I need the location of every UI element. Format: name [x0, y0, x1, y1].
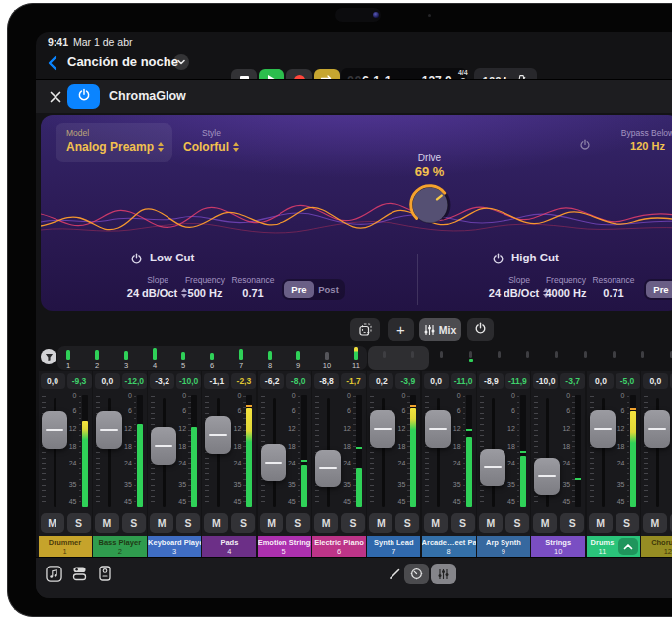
low-cut-pre-post-toggle[interactable]: Pre Post	[282, 279, 345, 300]
drive-knob[interactable]	[406, 181, 454, 229]
frequency-value[interactable]: 500 Hz	[179, 287, 231, 299]
overview-channel-meter[interactable]	[514, 346, 543, 370]
song-title[interactable]: Canción de noche	[67, 54, 178, 69]
peak-level-value[interactable]: -3,7	[560, 373, 585, 389]
track-name-header[interactable]: Arcade…eet Pad8	[422, 536, 476, 557]
fader-handle[interactable]	[480, 449, 505, 486]
solo-button[interactable]: S	[231, 513, 255, 533]
fader-handle[interactable]	[315, 450, 341, 487]
mute-button[interactable]: M	[260, 513, 283, 533]
fader-handle[interactable]	[370, 410, 395, 448]
collapse-stack-button[interactable]	[618, 538, 638, 555]
track-name-header[interactable]: Arp Synth9	[477, 536, 530, 557]
track-name-header[interactable]: Emotion Strings5	[258, 536, 311, 557]
track-name-header[interactable]: Electric Piano6	[312, 536, 366, 557]
pre-option[interactable]: Pre	[284, 281, 314, 298]
bypass-below-value[interactable]: 120 Hz	[606, 140, 672, 152]
back-button[interactable]	[44, 53, 61, 73]
overview-channel-meter[interactable]: 9	[284, 346, 313, 370]
volume-value[interactable]: -1,1	[204, 373, 229, 389]
overview-channel-meter[interactable]: 10	[313, 346, 342, 370]
overview-channel-meter[interactable]: 8	[256, 346, 284, 370]
mute-button[interactable]: M	[150, 513, 173, 533]
mix-view-button[interactable]: Mix	[419, 318, 461, 341]
solo-button[interactable]: S	[176, 513, 200, 533]
resonance-value[interactable]: 0.71	[227, 287, 279, 299]
pre-option[interactable]: Pre	[646, 281, 672, 298]
overview-channel-meter[interactable]: 6	[198, 346, 227, 370]
solo-button[interactable]: S	[451, 513, 475, 533]
high-cut-power-toggle[interactable]	[492, 252, 504, 269]
track-name-header[interactable]: Drums11	[587, 536, 640, 557]
peak-level-value[interactable]: -9,3	[67, 373, 92, 389]
mute-button[interactable]: M	[424, 513, 448, 533]
volume-value[interactable]: -8,9	[479, 373, 504, 389]
solo-button[interactable]: S	[505, 513, 529, 533]
solo-button[interactable]: S	[341, 513, 365, 533]
volume-value[interactable]: 0,0	[643, 373, 668, 389]
fader-handle[interactable]	[42, 411, 67, 449]
overview-channel-meter[interactable]	[601, 346, 629, 370]
track-name-header[interactable]: Synth Lead7	[367, 536, 420, 557]
mute-button[interactable]: M	[479, 513, 503, 533]
style-value[interactable]: Colorful	[169, 140, 254, 154]
volume-value[interactable]: -3,2	[150, 373, 174, 389]
solo-button[interactable]: S	[67, 513, 91, 533]
fader-handle[interactable]	[205, 416, 231, 454]
volume-value[interactable]: -10,0	[533, 373, 558, 389]
loops-browser-button[interactable]	[44, 564, 63, 583]
overview-channel-meter[interactable]	[658, 346, 672, 370]
peak-level-value[interactable]: -2,3	[231, 373, 256, 389]
peak-level-value[interactable]: -8,0	[286, 373, 311, 389]
mute-button[interactable]: M	[314, 513, 338, 533]
duplicate-button[interactable]	[350, 318, 380, 341]
edit-pencil-button[interactable]	[388, 564, 401, 583]
track-name-header[interactable]: Drummer1	[39, 536, 92, 557]
mute-button[interactable]: M	[95, 513, 119, 533]
peak-level-value[interactable]: -3,9	[395, 373, 420, 389]
fader-handle[interactable]	[590, 410, 616, 448]
resonance-value[interactable]: 0.71	[588, 287, 639, 299]
post-option[interactable]: Post	[314, 284, 343, 295]
low-cut-power-toggle[interactable]	[130, 252, 143, 269]
mute-button[interactable]: M	[533, 513, 557, 533]
solo-button[interactable]: S	[286, 513, 310, 533]
solo-button[interactable]: S	[395, 513, 419, 533]
track-name-header[interactable]: Chorus V12	[641, 536, 672, 557]
fader-handle[interactable]	[151, 427, 176, 465]
mute-button[interactable]: M	[643, 513, 667, 533]
volume-value[interactable]: 0,0	[41, 373, 65, 389]
controls-view-button[interactable]	[404, 564, 429, 584]
faders-view-button[interactable]	[431, 564, 456, 584]
overview-channel-meter[interactable]	[428, 346, 457, 370]
plugin-power-toggle[interactable]	[67, 84, 100, 109]
track-name-header[interactable]: Bass Player2	[93, 536, 147, 557]
volume-value[interactable]: 0,0	[589, 373, 614, 389]
solo-button[interactable]: S	[122, 513, 146, 533]
solo-button[interactable]: S	[616, 513, 639, 533]
mute-button[interactable]: M	[369, 513, 392, 533]
track-name-header[interactable]: Pads4	[202, 536, 256, 557]
mute-button[interactable]: M	[204, 513, 228, 533]
overview-channel-meter[interactable]: 1	[55, 346, 83, 370]
mixer-power-button[interactable]	[467, 318, 494, 341]
close-plugin-button[interactable]	[47, 88, 64, 106]
drive-control[interactable]: Drive 69 %	[383, 153, 477, 233]
frequency-value[interactable]: 4000 Hz	[540, 287, 592, 299]
peak-level-value[interactable]: -11,0	[451, 373, 476, 389]
overview-channel-meter[interactable]: 2	[83, 346, 112, 370]
volume-value[interactable]: -6,2	[260, 373, 284, 389]
overview-channel-meter[interactable]: 7	[227, 346, 256, 370]
high-cut-pre-post-toggle[interactable]: Pre Post	[644, 279, 672, 300]
overview-channel-meter[interactable]	[371, 346, 399, 370]
fader-handle[interactable]	[534, 458, 560, 495]
fader-handle[interactable]	[96, 411, 122, 449]
fader-handle[interactable]	[644, 410, 670, 448]
solo-button[interactable]: S	[560, 513, 584, 533]
overview-channel-meter[interactable]: 3	[112, 346, 141, 370]
peak-level-value[interactable]: -12,0	[122, 373, 147, 389]
song-menu-button[interactable]	[173, 54, 189, 70]
fader-handle[interactable]	[425, 410, 451, 448]
volume-value[interactable]: -8,8	[314, 373, 339, 389]
overview-channel-meter[interactable]	[572, 346, 601, 370]
